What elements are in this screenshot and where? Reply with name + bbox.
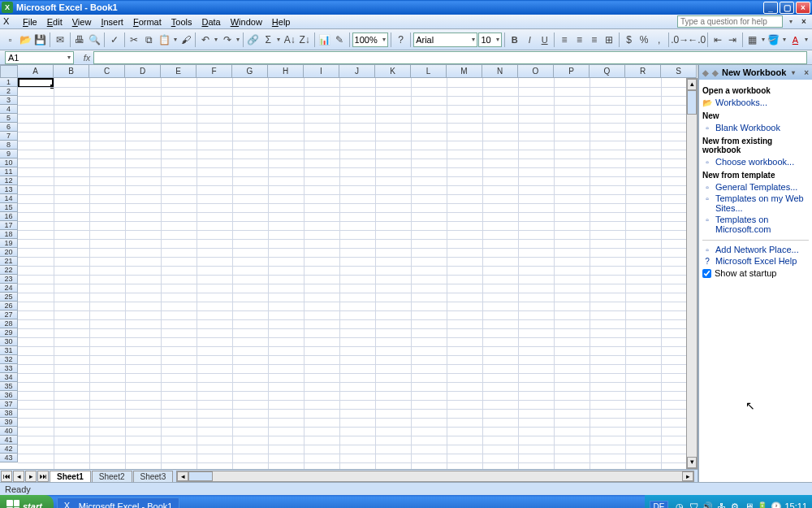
tray-icon[interactable]: 🖧 [715, 501, 727, 508]
tray-icon[interactable]: 🔊 [702, 501, 713, 508]
column-header[interactable]: O [518, 65, 554, 78]
tab-next-button[interactable]: ▸ [25, 471, 37, 482]
row-header[interactable]: 23 [0, 275, 18, 284]
font-color-dropdown[interactable]: ▾ [803, 36, 809, 43]
save-button[interactable]: 💾 [33, 32, 47, 48]
task-pane-footer-link[interactable]: ▫Add Network Place... [702, 244, 809, 255]
help-button[interactable]: ? [394, 32, 408, 48]
row-header[interactable]: 26 [0, 302, 18, 310]
scroll-right-icon[interactable]: ▸ [682, 471, 693, 481]
tray-icon[interactable]: ⚙ [729, 501, 741, 508]
copy-button[interactable]: ⧉ [142, 32, 156, 48]
row-header[interactable]: 19 [0, 239, 18, 248]
vertical-scrollbar[interactable]: ▴ ▾ [686, 78, 698, 469]
row-header[interactable]: 10 [0, 158, 18, 167]
column-header[interactable]: S [661, 65, 697, 78]
new-button[interactable]: ▫ [3, 32, 17, 48]
maximize-button[interactable]: ▢ [780, 2, 794, 14]
increase-decimal-button[interactable]: .0→ [672, 32, 688, 48]
chart-wizard-button[interactable]: 📊 [317, 32, 331, 48]
row-header[interactable]: 41 [0, 436, 18, 445]
print-preview-button[interactable]: 🔍 [88, 32, 102, 48]
row-header[interactable]: 40 [0, 427, 18, 436]
row-header[interactable]: 21 [0, 257, 18, 266]
row-header[interactable]: 37 [0, 400, 18, 409]
task-pane-link[interactable]: ▫Templates on my Web Sites... [702, 193, 809, 214]
row-header[interactable]: 24 [0, 284, 18, 293]
row-header[interactable]: 18 [0, 230, 18, 239]
row-header[interactable]: 8 [0, 141, 18, 150]
row-header[interactable]: 9 [0, 150, 18, 158]
row-header[interactable]: 2 [0, 87, 18, 96]
mdi-close-button[interactable]: × [799, 17, 809, 27]
paste-dropdown[interactable]: ▾ [172, 36, 178, 43]
horizontal-scrollbar[interactable]: ◂ ▸ [176, 471, 694, 482]
column-header[interactable]: M [447, 65, 482, 78]
row-header[interactable]: 29 [0, 328, 18, 337]
taskbar-item-excel[interactable]: X Microsoft Excel - Book1 [57, 497, 180, 508]
formula-input[interactable] [93, 51, 807, 64]
sort-asc-button[interactable]: A↓ [283, 32, 296, 48]
row-header[interactable]: 25 [0, 293, 18, 302]
tray-icon[interactable]: 🕐 [771, 501, 782, 508]
start-button[interactable]: start [0, 495, 54, 508]
scroll-left-icon[interactable]: ◂ [177, 471, 188, 481]
row-header[interactable]: 6 [0, 123, 18, 132]
italic-button[interactable]: I [522, 32, 536, 48]
row-header[interactable]: 11 [0, 167, 18, 176]
minimize-button[interactable]: _ [763, 2, 778, 14]
drawing-button[interactable]: ✎ [332, 32, 346, 48]
comma-button[interactable]: , [652, 32, 666, 48]
row-header[interactable]: 22 [0, 266, 18, 275]
vscroll-thumb[interactable] [687, 90, 697, 115]
tray-icon[interactable]: ◷ [674, 501, 685, 508]
menu-data[interactable]: Data [197, 16, 225, 28]
scroll-up-icon[interactable]: ▴ [687, 79, 697, 90]
column-header[interactable]: Q [590, 65, 625, 78]
column-header[interactable]: A [18, 65, 54, 78]
row-header[interactable]: 42 [0, 445, 18, 454]
task-pane-footer-link[interactable]: ?Microsoft Excel Help [702, 255, 809, 267]
row-header[interactable]: 32 [0, 355, 18, 364]
font-name-combo[interactable]: Arial▾ [413, 33, 477, 47]
tray-icon[interactable]: 🔋 [757, 501, 768, 508]
hyperlink-button[interactable]: 🔗 [246, 32, 260, 48]
sheet-tab[interactable]: Sheet1 [50, 471, 91, 482]
task-pane-back-icon[interactable]: ◆ [702, 68, 709, 77]
menu-view[interactable]: View [67, 16, 97, 28]
borders-dropdown[interactable]: ▾ [760, 36, 766, 43]
align-right-button[interactable]: ≡ [587, 32, 601, 48]
column-header[interactable]: P [554, 65, 590, 78]
column-header[interactable]: L [411, 65, 447, 78]
column-header[interactable]: C [89, 65, 125, 78]
sheet-tab[interactable]: Sheet2 [92, 471, 132, 482]
cut-button[interactable]: ✂ [127, 32, 141, 48]
fill-color-dropdown[interactable]: ▾ [782, 36, 788, 43]
redo-button[interactable]: ↷ [220, 32, 234, 48]
row-header[interactable]: 39 [0, 418, 18, 427]
spelling-button[interactable]: ✓ [107, 32, 121, 48]
row-header[interactable]: 31 [0, 346, 18, 355]
row-header[interactable]: 16 [0, 212, 18, 221]
mail-button[interactable]: ✉ [53, 32, 67, 48]
redo-dropdown[interactable]: ▾ [235, 36, 240, 43]
clock[interactable]: 15:11 [784, 501, 807, 508]
menu-tools[interactable]: Tools [166, 16, 197, 28]
menu-insert[interactable]: Insert [96, 16, 128, 28]
undo-button[interactable]: ↶ [198, 32, 212, 48]
currency-button[interactable]: $ [622, 32, 636, 48]
sheet-tab[interactable]: Sheet3 [133, 471, 174, 482]
row-header[interactable]: 34 [0, 373, 18, 382]
autosum-dropdown[interactable]: ▾ [276, 36, 282, 43]
decrease-decimal-button[interactable]: ←.0 [689, 32, 705, 48]
column-header[interactable]: B [54, 65, 89, 78]
align-left-button[interactable]: ≡ [557, 32, 571, 48]
task-pane-fwd-icon[interactable]: ◆ [712, 68, 719, 77]
fx-icon[interactable]: fx [80, 53, 93, 63]
tab-prev-button[interactable]: ◂ [13, 471, 24, 482]
open-button[interactable]: 📂 [18, 32, 32, 48]
sort-desc-button[interactable]: Z↓ [297, 32, 311, 48]
task-pane-link[interactable]: 📂Workbooks... [702, 97, 809, 108]
row-header[interactable]: 12 [0, 176, 18, 185]
percent-button[interactable]: % [637, 32, 650, 48]
